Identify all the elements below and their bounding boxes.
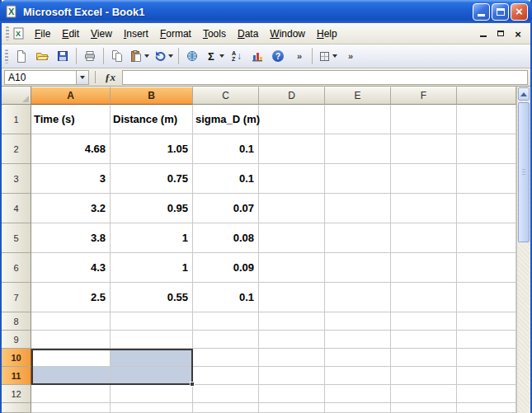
column-header-F[interactable]: F <box>391 87 457 105</box>
cell-D12[interactable] <box>259 385 325 403</box>
cell-C7[interactable]: 0.1 <box>193 283 259 312</box>
toolbar-autosum-button[interactable]: Σ <box>203 46 226 66</box>
cell-A5[interactable]: 3.8 <box>31 223 111 253</box>
cell-offscreen[interactable] <box>111 403 193 413</box>
cell-A11[interactable] <box>31 367 111 385</box>
column-header-A[interactable]: A <box>31 87 111 105</box>
cell-A1[interactable]: Time (s) <box>31 105 111 134</box>
cell-D8[interactable] <box>259 312 325 331</box>
cell-offscreen[interactable] <box>457 283 516 312</box>
row-header-6[interactable]: 6 <box>2 253 31 283</box>
toolbar-sort-ascending-button[interactable]: AZ↓ <box>227 46 247 66</box>
cell-B3[interactable]: 0.75 <box>111 164 193 194</box>
cell-E6[interactable] <box>325 253 391 283</box>
cell-D5[interactable] <box>259 223 325 253</box>
row-header-8[interactable]: 8 <box>2 312 31 331</box>
cell-A10[interactable] <box>31 349 111 367</box>
cell-C8[interactable] <box>193 312 259 331</box>
cell-D9[interactable] <box>259 331 325 349</box>
row-header-4[interactable]: 4 <box>2 194 31 223</box>
column-header-E[interactable]: E <box>325 87 391 105</box>
workbook-restore-button[interactable] <box>494 27 507 40</box>
cell-F12[interactable] <box>391 385 457 403</box>
cell-offscreen[interactable] <box>457 223 516 253</box>
cell-C12[interactable] <box>193 385 259 403</box>
cell-B5[interactable]: 1 <box>111 223 193 253</box>
cell-D7[interactable] <box>259 283 325 312</box>
cell-offscreen[interactable] <box>325 403 391 413</box>
cell-offscreen[interactable] <box>193 403 259 413</box>
cell-offscreen[interactable] <box>457 134 516 164</box>
cell-F7[interactable] <box>391 283 457 312</box>
cell-B9[interactable] <box>111 331 193 349</box>
cell-offscreen[interactable] <box>457 312 516 331</box>
menu-data[interactable]: Data <box>232 25 264 43</box>
cell-B8[interactable] <box>111 312 193 331</box>
name-box[interactable]: A10 <box>4 70 77 85</box>
workbook-close-button[interactable] <box>511 27 525 40</box>
cell-C11[interactable] <box>193 367 259 385</box>
cell-offscreen[interactable] <box>259 403 325 413</box>
cell-F4[interactable] <box>391 194 457 223</box>
formula-input[interactable] <box>122 70 528 85</box>
row-header-partial[interactable] <box>2 403 31 413</box>
insert-function-button[interactable]: ƒx <box>101 71 119 84</box>
cell-offscreen[interactable] <box>457 105 516 134</box>
minimize-button[interactable] <box>473 3 490 21</box>
cell-D6[interactable] <box>259 253 325 283</box>
row-header-12[interactable]: 12 <box>2 385 31 403</box>
cell-F9[interactable] <box>391 331 457 349</box>
workbook-minimize-button[interactable] <box>477 27 490 40</box>
cell-C5[interactable]: 0.08 <box>193 223 259 253</box>
cell-A8[interactable] <box>31 312 111 331</box>
cell-A12[interactable] <box>31 385 111 403</box>
cell-E4[interactable] <box>325 194 391 223</box>
cell-B7[interactable]: 0.55 <box>111 283 193 312</box>
menu-file[interactable]: File <box>29 25 56 43</box>
toolbar-help-button[interactable]: ? <box>268 46 288 66</box>
cell-E5[interactable] <box>325 223 391 253</box>
cell-E9[interactable] <box>325 331 391 349</box>
toolbar-borders-button[interactable] <box>316 46 339 66</box>
cell-E11[interactable] <box>325 367 391 385</box>
cell-offscreen[interactable] <box>457 164 516 194</box>
cell-C10[interactable] <box>193 349 259 367</box>
cell-offscreen[interactable] <box>457 403 516 413</box>
cell-B1[interactable]: Distance (m) <box>111 105 193 134</box>
cell-E8[interactable] <box>325 312 391 331</box>
cell-B6[interactable]: 1 <box>111 253 193 283</box>
cell-E3[interactable] <box>325 164 391 194</box>
cell-C1[interactable]: sigma_D (m) <box>193 105 259 134</box>
vertical-scrollbar[interactable] <box>516 87 530 413</box>
row-header-11[interactable]: 11 <box>2 367 31 385</box>
cell-offscreen[interactable] <box>457 385 516 403</box>
row-header-9[interactable]: 9 <box>2 331 31 349</box>
select-all-corner[interactable] <box>2 87 31 105</box>
scrollbar-thumb[interactable] <box>518 102 530 242</box>
menu-tools[interactable]: Tools <box>197 25 232 43</box>
workbook-icon[interactable]: X <box>12 27 27 40</box>
name-box-dropdown[interactable] <box>77 70 89 85</box>
row-header-10[interactable]: 10 <box>2 349 31 367</box>
scroll-up-button[interactable] <box>518 87 530 101</box>
cell-D10[interactable] <box>259 349 325 367</box>
menu-format[interactable]: Format <box>154 25 197 43</box>
cell-E2[interactable] <box>325 134 391 164</box>
toolbar-hyperlink-button[interactable] <box>182 46 202 66</box>
cell-F2[interactable] <box>391 134 457 164</box>
cell-A3[interactable]: 3 <box>31 164 111 194</box>
cell-F3[interactable] <box>391 164 457 194</box>
row-header-3[interactable]: 3 <box>2 164 31 194</box>
cell-E1[interactable] <box>325 105 391 134</box>
cell-E10[interactable] <box>325 349 391 367</box>
toolbar-open-button[interactable] <box>32 46 52 66</box>
row-header-1[interactable]: 1 <box>2 105 31 134</box>
toolbar-overflow-button[interactable]: » <box>340 46 360 66</box>
cell-A2[interactable]: 4.68 <box>31 134 111 164</box>
menu-window[interactable]: Window <box>264 25 311 43</box>
toolbar-chart-wizard-button[interactable] <box>247 46 267 66</box>
row-header-7[interactable]: 7 <box>2 283 31 312</box>
menu-view[interactable]: View <box>85 25 118 43</box>
cell-offscreen[interactable] <box>457 367 516 385</box>
cell-C2[interactable]: 0.1 <box>193 134 259 164</box>
